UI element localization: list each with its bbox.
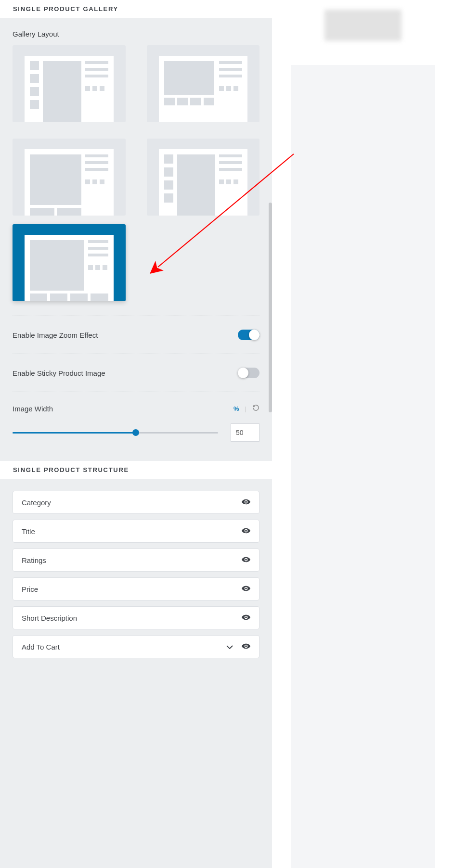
structure-item-label: Add To Cart: [22, 643, 60, 651]
visibility-icon[interactable]: [242, 556, 250, 564]
visibility-icon[interactable]: [242, 585, 250, 593]
visibility-icon[interactable]: [242, 613, 250, 622]
scrollbar[interactable]: [269, 203, 272, 412]
layout-option-1[interactable]: [13, 45, 126, 122]
structure-item-label: Price: [22, 585, 38, 593]
image-width-slider[interactable]: [13, 432, 218, 434]
structure-item-label: Title: [22, 527, 35, 536]
visibility-icon[interactable]: [242, 527, 250, 536]
gallery-section-header[interactable]: SINGLE PRODUCT GALLERY: [0, 0, 272, 18]
structure-item-ratings[interactable]: Ratings: [13, 549, 259, 572]
layout-option-5-selected[interactable]: [13, 224, 126, 301]
visibility-icon[interactable]: [242, 498, 250, 507]
layout-option-2[interactable]: [147, 45, 260, 122]
structure-item-label: Ratings: [22, 556, 46, 564]
visibility-icon[interactable]: [242, 642, 250, 651]
structure-item-short-description[interactable]: Short Description: [13, 606, 259, 629]
image-width-label: Image Width: [13, 405, 53, 413]
sticky-image-label: Enable Sticky Product Image: [13, 369, 105, 377]
gallery-layout-label: Gallery Layout ical: [13, 30, 59, 38]
layout-option-4[interactable]: [147, 139, 260, 216]
reset-icon[interactable]: [252, 404, 259, 413]
unit-percent[interactable]: %: [233, 405, 239, 412]
structure-section-header[interactable]: SINGLE PRODUCT STRUCTURE: [0, 461, 272, 479]
sticky-image-toggle[interactable]: [238, 368, 259, 378]
structure-item-add-to-cart[interactable]: Add To Cart: [13, 635, 259, 658]
layout-option-3[interactable]: [13, 139, 126, 216]
structure-item-label: Category: [22, 498, 51, 507]
structure-item-label: Short Description: [22, 614, 77, 622]
structure-item-price[interactable]: Price: [13, 577, 259, 600]
structure-item-category[interactable]: Category: [13, 491, 259, 514]
zoom-effect-toggle[interactable]: [238, 330, 259, 340]
chevron-down-icon[interactable]: [226, 642, 233, 651]
structure-item-title[interactable]: Title: [13, 520, 259, 543]
zoom-effect-label: Enable Image Zoom Effect: [13, 331, 98, 339]
image-width-input[interactable]: [231, 423, 259, 442]
preview-thumbnail: [324, 10, 402, 41]
